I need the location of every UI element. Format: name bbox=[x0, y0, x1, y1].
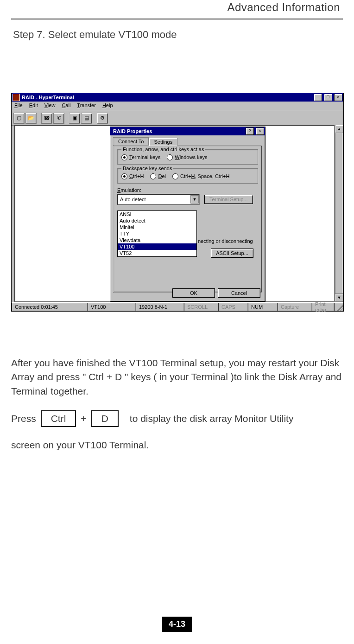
call-icon[interactable]: ☎ bbox=[41, 113, 52, 124]
scroll-up-icon[interactable]: ▲ bbox=[335, 125, 343, 133]
maximize-button[interactable]: □ bbox=[324, 94, 332, 101]
radio-ctrl-h-space-label: Ctrl+H, Space, Ctrl+H bbox=[180, 173, 229, 179]
list-item[interactable]: Minitel bbox=[118, 224, 196, 230]
status-emulation: VT100 bbox=[88, 303, 136, 311]
ok-button[interactable]: OK bbox=[172, 288, 215, 298]
status-printecho: Print echo bbox=[312, 303, 334, 311]
menubar: File Edit View Call Transfer Help bbox=[12, 102, 343, 111]
emulation-value: Auto detect bbox=[120, 197, 146, 202]
list-item-selected[interactable]: VT100 bbox=[118, 243, 196, 250]
menu-call[interactable]: Call bbox=[62, 102, 70, 111]
hangup-icon[interactable]: ✆ bbox=[53, 113, 64, 124]
header-rule bbox=[11, 19, 343, 19]
scroll-down-icon[interactable]: ▼ bbox=[335, 293, 343, 302]
new-icon[interactable]: ▢ bbox=[13, 113, 25, 124]
radio-ctrl-h-space[interactable] bbox=[172, 173, 178, 179]
group1-legend: Function, arrow, and ctrl keys act as bbox=[121, 147, 205, 152]
dialog-close-button[interactable]: × bbox=[256, 128, 264, 135]
app-icon bbox=[13, 94, 20, 101]
chevron-down-icon[interactable]: ▼ bbox=[190, 195, 199, 204]
ascii-setup-button[interactable]: ASCII Setup... bbox=[211, 249, 253, 258]
radio-windows-keys-label: Windows keys bbox=[175, 154, 207, 160]
page-header: Advanced Information bbox=[11, 0, 343, 17]
step-heading: Step 7. Select emulate VT100 mode bbox=[13, 28, 343, 42]
menu-file[interactable]: File bbox=[14, 102, 23, 111]
raid-properties-dialog: RAID Properties ? × Connect To Settings … bbox=[110, 127, 266, 302]
dialog-help-button[interactable]: ? bbox=[246, 128, 254, 135]
radio-del[interactable] bbox=[150, 173, 156, 179]
list-item[interactable]: Viewdata bbox=[118, 237, 196, 243]
group-function-keys: Function, arrow, and ctrl keys act as Te… bbox=[117, 149, 258, 165]
emulation-label: Emulation: bbox=[117, 187, 141, 193]
menu-help[interactable]: Help bbox=[102, 102, 113, 111]
titlebar: RAID - HyperTerminal _ □ × bbox=[12, 93, 343, 102]
list-item[interactable]: VT52 bbox=[118, 250, 196, 256]
vertical-scrollbar[interactable]: ▲ ▼ bbox=[335, 125, 342, 302]
radio-ctrl-h-label: Ctrl+H bbox=[129, 173, 144, 179]
receive-icon[interactable]: ▤ bbox=[81, 113, 92, 124]
radio-windows-keys[interactable] bbox=[167, 154, 173, 160]
emulation-combo[interactable]: Auto detect ▼ bbox=[117, 194, 200, 205]
properties-icon[interactable]: ⚙ bbox=[97, 113, 108, 124]
statusbar: Connected 0:01:45 VT100 19200 8-N-1 SCRO… bbox=[12, 302, 343, 311]
dialog-tabs: Connect To Settings bbox=[113, 137, 265, 145]
hyperterminal-window: RAID - HyperTerminal _ □ × File Edit Vie… bbox=[11, 93, 344, 312]
radio-terminal-keys-label: Terminal keys bbox=[129, 154, 160, 160]
status-port: 19200 8-N-1 bbox=[136, 303, 184, 311]
group2-legend: Backspace key sends bbox=[121, 166, 173, 171]
status-connected: Connected 0:01:45 bbox=[12, 303, 88, 311]
plus-sign: + bbox=[81, 413, 86, 424]
terminal-setup-button[interactable]: Terminal Setup... bbox=[204, 195, 253, 204]
dialog-titlebar: RAID Properties ? × bbox=[110, 127, 265, 135]
dialog-title: RAID Properties bbox=[111, 128, 244, 134]
d-keycap: D bbox=[91, 410, 119, 427]
press-rest: to display the disk array Monitor Utilit… bbox=[130, 413, 294, 424]
list-item[interactable]: ANSI bbox=[118, 211, 196, 217]
menu-transfer[interactable]: Transfer bbox=[77, 102, 96, 111]
send-icon[interactable]: ▣ bbox=[69, 113, 80, 124]
dialog-buttons: OK Cancel bbox=[172, 288, 260, 298]
press-row: Press Ctrl + D to display the disk array… bbox=[11, 410, 343, 427]
list-item[interactable]: TTY bbox=[118, 230, 196, 237]
page-number: 4-13 bbox=[162, 617, 192, 632]
list-item[interactable]: Auto detect bbox=[118, 217, 196, 224]
emulation-listbox[interactable]: ANSI Auto detect Minitel TTY Viewdata VT… bbox=[117, 210, 197, 257]
tab-panel: Function, arrow, and ctrl keys act as Te… bbox=[113, 145, 262, 293]
menu-view[interactable]: View bbox=[44, 102, 56, 111]
tab-settings[interactable]: Settings bbox=[149, 138, 177, 146]
obscured-text: necting or disconnecting bbox=[198, 238, 253, 244]
window-title: RAID - HyperTerminal bbox=[22, 95, 312, 100]
close-button[interactable]: × bbox=[334, 94, 342, 101]
body-paragraph-1: After you have finished the VT100 Termin… bbox=[11, 356, 343, 398]
radio-del-label: Del bbox=[158, 173, 166, 179]
tab-connect-to[interactable]: Connect To bbox=[113, 137, 149, 145]
body-paragraph-2: screen on your VT100 Terminal. bbox=[11, 438, 343, 452]
cancel-button[interactable]: Cancel bbox=[218, 288, 260, 298]
group-backspace: Backspace key sends Ctrl+H Del Ctrl+H, S… bbox=[117, 168, 258, 184]
minimize-button[interactable]: _ bbox=[314, 94, 322, 101]
size-grip-icon[interactable] bbox=[334, 303, 343, 311]
ctrl-keycap: Ctrl bbox=[41, 410, 76, 427]
press-label: Press bbox=[11, 413, 36, 424]
status-capture: Capture bbox=[278, 303, 312, 311]
open-icon[interactable]: 📂 bbox=[25, 113, 37, 124]
radio-ctrl-h[interactable] bbox=[121, 173, 127, 179]
status-scroll: SCROLL bbox=[184, 303, 218, 311]
menu-edit[interactable]: Edit bbox=[29, 102, 38, 111]
status-caps: CAPS bbox=[218, 303, 248, 311]
toolbar: ▢ 📂 ☎ ✆ ▣ ▤ ⚙ bbox=[12, 111, 343, 126]
radio-terminal-keys[interactable] bbox=[121, 154, 127, 160]
status-num: NUM bbox=[248, 303, 278, 311]
